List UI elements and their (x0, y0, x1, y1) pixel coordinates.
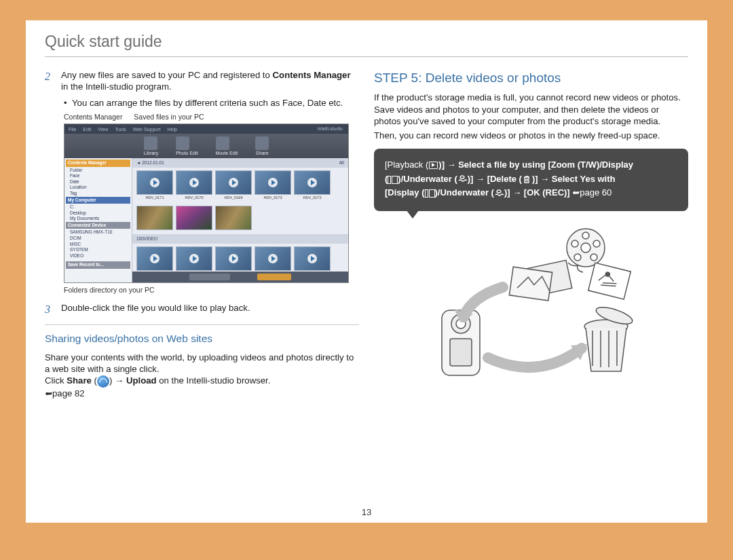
sharing-page-ref: ➥page 82 (45, 388, 359, 399)
bullet-item: You can arrange the files by different c… (64, 97, 359, 109)
ss-menubar: FileEditViewToolsWeb SupportHelp Intelli… (64, 124, 348, 134)
section-divider (45, 324, 359, 325)
playback-icon (428, 161, 438, 170)
sharing-p2: Click Share () → Upload on the Intelli-s… (45, 375, 359, 388)
bullet-list: You can arrange the files by different c… (45, 97, 359, 109)
delete-illustration (402, 222, 660, 385)
svg-point-4 (590, 254, 597, 261)
svg-rect-14 (450, 339, 472, 366)
step-3: 3 Double-click the file you would like t… (45, 302, 359, 316)
manual-page: Quick start guide 2 Any new files are sa… (26, 20, 707, 523)
intelli-studio-screenshot: FileEditViewToolsWeb SupportHelp Intelli… (64, 124, 349, 283)
underwater-icon (457, 175, 468, 184)
sharing-heading: Sharing videos/photos on Web sites (45, 332, 359, 346)
display-icon (388, 175, 398, 184)
screenshot-caption-top: Contents Manager Saved files in your PC (45, 113, 359, 122)
right-column: STEP 5: Delete videos or photos If the p… (374, 69, 688, 399)
display-icon (425, 189, 435, 198)
page-pointer-icon: ➥ (45, 388, 52, 399)
ss-toolbar: Library Photo Edit Movie Edit Share (64, 134, 348, 158)
step-2: 2 Any new files are saved to your PC and… (45, 69, 359, 93)
left-column: 2 Any new files are saved to your PC and… (45, 69, 359, 399)
svg-point-5 (574, 254, 581, 261)
step-number: 3 (45, 302, 54, 316)
step-text: Any new files are saved to your PC and r… (61, 69, 359, 93)
ss-main: ◄ 2012.01.01All HDV_0171 HDV_0170 HDV_01… (132, 158, 348, 282)
page-number: 13 (26, 507, 707, 517)
underwater-icon (494, 189, 504, 198)
step-text: Double-click the file you would like to … (61, 302, 250, 316)
page-pointer-icon: ➥ (572, 186, 580, 200)
delete-icon (522, 175, 532, 184)
screenshot-caption-bottom: Folders directory on your PC (45, 286, 359, 295)
instruction-callout: [Playback ()] → Select a file by using [… (374, 149, 688, 211)
svg-point-3 (593, 240, 600, 247)
ss-sidebar: Contents Manager Folder Face Date Locati… (64, 158, 132, 282)
sharing-p1: Share your contents with the world, by u… (45, 352, 359, 375)
svg-point-6 (571, 240, 578, 247)
share-icon (97, 375, 109, 388)
svg-rect-9 (588, 263, 631, 299)
two-column-layout: 2 Any new files are saved to your PC and… (45, 69, 688, 399)
step-number: 2 (45, 69, 54, 93)
svg-point-10 (605, 272, 609, 277)
horizontal-rule (45, 56, 688, 57)
page-title: Quick start guide (45, 33, 688, 51)
svg-point-1 (581, 243, 590, 253)
step5-p1: If the product's storage media is full, … (374, 92, 688, 127)
svg-point-2 (582, 232, 589, 239)
step5-heading: STEP 5: Delete videos or photos (374, 69, 688, 86)
step5-p2: Then, you can record new videos or photo… (374, 130, 688, 141)
